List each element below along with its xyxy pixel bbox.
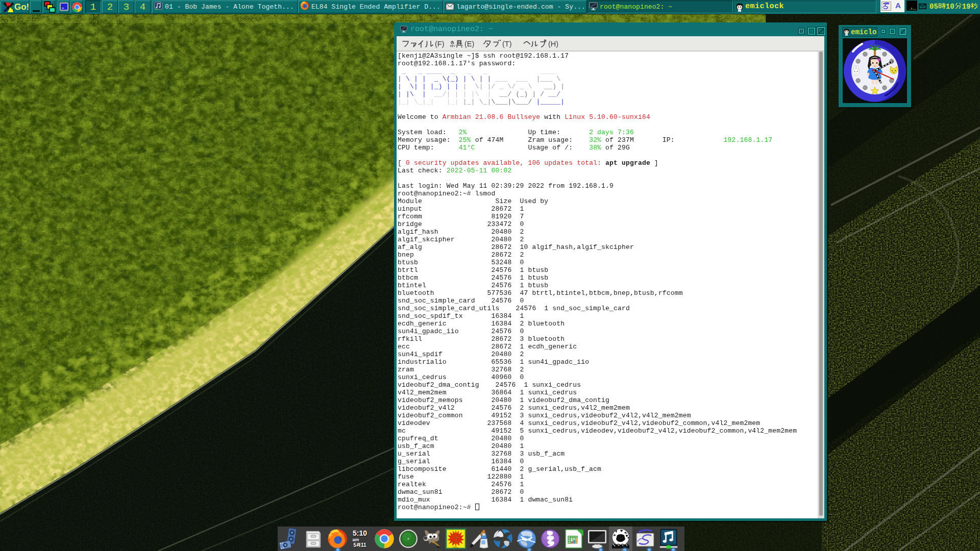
svg-text:(F): (F)	[435, 40, 445, 48]
svg-text:(H): (H)	[548, 40, 558, 48]
svg-text:(T): (T)	[502, 40, 512, 48]
svg-text:(E): (E)	[464, 40, 474, 48]
